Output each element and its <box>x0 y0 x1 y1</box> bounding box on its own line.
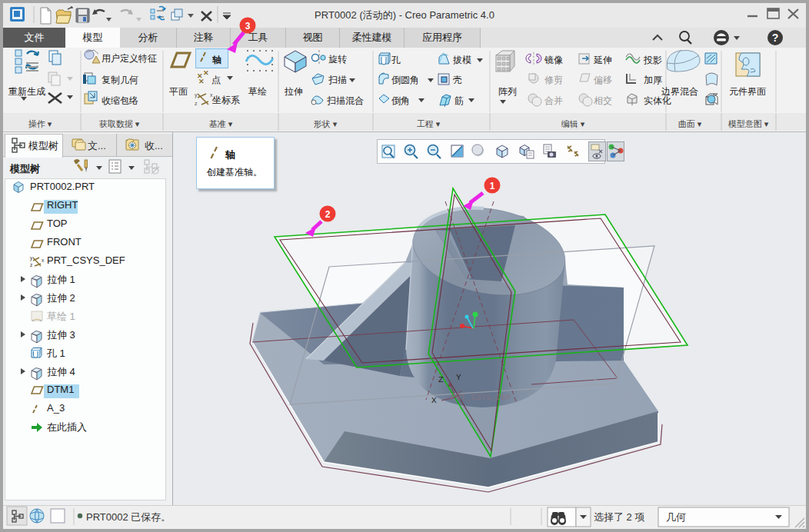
svg-text:?: ? <box>772 32 779 44</box>
svg-text:z: z <box>195 101 198 106</box>
svg-text:x: x <box>42 258 45 263</box>
svg-text:Z: Z <box>438 375 444 384</box>
svg-text:y: y <box>30 255 33 261</box>
svg-text:2: 2 <box>325 209 331 220</box>
svg-text:✕: ✕ <box>203 69 209 77</box>
svg-text:PRT_CSYS_DEF: PRT_CSYS_DEF <box>451 393 511 402</box>
svg-text:X: X <box>431 396 437 405</box>
svg-text:y: y <box>195 92 198 98</box>
svg-text:Y: Y <box>456 373 461 382</box>
svg-text:z: z <box>30 262 32 268</box>
svg-text:1: 1 <box>490 181 495 191</box>
svg-text:✕: ✕ <box>198 78 205 85</box>
